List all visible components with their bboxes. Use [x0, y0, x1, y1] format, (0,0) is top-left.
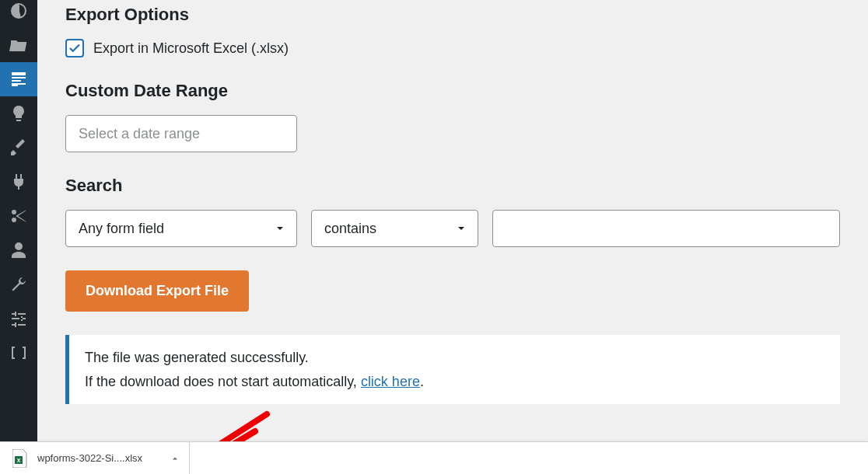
- search-field-select-wrap: Any form field: [65, 210, 297, 247]
- checkmark-icon: [68, 41, 82, 55]
- sidebar-item-dashboard[interactable]: [0, 0, 37, 28]
- success-notice: The file was generated successfully. If …: [65, 335, 840, 404]
- export-options-heading: Export Options: [65, 5, 840, 25]
- download-filename: wpforms-3022-Si....xlsx: [37, 452, 142, 464]
- admin-sidebar: [0, 0, 37, 474]
- export-xlsx-checkbox[interactable]: [65, 39, 84, 58]
- plug-icon: [9, 173, 28, 191]
- sidebar-item-code[interactable]: [0, 336, 37, 370]
- notice-line-1: The file was generated successfully.: [85, 346, 824, 370]
- brush-icon: [9, 138, 28, 157]
- brackets-icon: [9, 343, 28, 362]
- sidebar-item-wpforms[interactable]: [0, 62, 37, 96]
- sidebar-item-media[interactable]: [0, 28, 37, 62]
- search-operator-select-wrap: contains: [311, 210, 478, 247]
- download-export-button[interactable]: Download Export File: [65, 270, 249, 312]
- search-heading: Search: [65, 176, 840, 196]
- dashboard-icon: [9, 2, 28, 20]
- date-range-input[interactable]: [65, 115, 297, 152]
- lightbulb-icon: [9, 104, 28, 123]
- sidebar-item-ideas[interactable]: [0, 96, 37, 131]
- svg-text:X: X: [17, 458, 21, 463]
- folder-open-icon: [9, 36, 28, 54]
- scissors-icon: [9, 207, 28, 225]
- page-content: Export Options Export in Microsoft Excel…: [37, 0, 868, 404]
- notice-line-2: If the download does not start automatic…: [85, 370, 824, 394]
- sidebar-item-snippets[interactable]: [0, 199, 37, 233]
- export-xlsx-option[interactable]: Export in Microsoft Excel (.xlsx): [65, 39, 840, 58]
- download-file-chip[interactable]: X wpforms-3022-Si....xlsx: [0, 442, 190, 475]
- form-icon: [9, 70, 28, 89]
- sidebar-item-tools[interactable]: [0, 267, 37, 301]
- sliders-icon: [9, 309, 28, 328]
- sidebar-item-settings[interactable]: [0, 301, 37, 336]
- user-icon: [9, 241, 28, 260]
- excel-file-icon: X: [12, 449, 28, 468]
- browser-download-bar: X wpforms-3022-Si....xlsx: [0, 441, 868, 474]
- search-operator-select[interactable]: contains: [311, 210, 478, 247]
- export-xlsx-label: Export in Microsoft Excel (.xlsx): [93, 40, 289, 57]
- sidebar-item-plugins[interactable]: [0, 165, 37, 199]
- sidebar-item-users[interactable]: [0, 233, 37, 267]
- click-here-link[interactable]: click here: [361, 374, 420, 389]
- wrench-icon: [9, 275, 28, 294]
- search-row: Any form field contains: [65, 210, 840, 247]
- search-field-select[interactable]: Any form field: [65, 210, 297, 247]
- date-range-heading: Custom Date Range: [65, 81, 840, 101]
- chevron-up-icon: [170, 454, 180, 463]
- search-value-input[interactable]: [492, 210, 840, 247]
- sidebar-item-appearance[interactable]: [0, 131, 37, 165]
